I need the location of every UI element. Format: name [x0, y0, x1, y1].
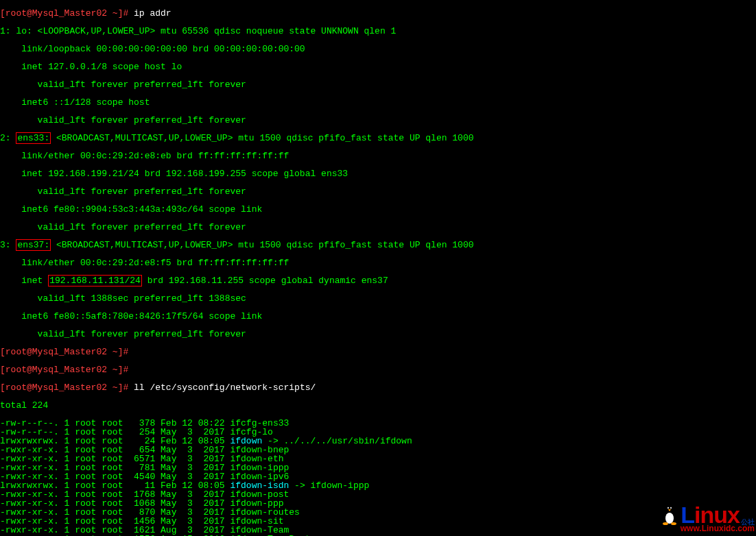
ip-output: valid_lft forever preferred_lft forever — [0, 223, 756, 232]
svg-point-6 — [671, 508, 672, 509]
ip-output: brd 192.168.11.255 scope global dynamic … — [142, 276, 388, 286]
svg-point-7 — [663, 522, 668, 525]
shell-prompt: [root@Mysql_Master02 ~]# — [0, 8, 128, 19]
ip-output: valid_lft 1388sec preferred_lft 1388sec — [0, 294, 756, 303]
ip-output: 1: lo: <LOOPBACK,UP,LOWER_UP> mtu 65536 … — [0, 27, 756, 36]
ip-output: link/ether 00:0c:29:2d:e8:f5 brd ff:ff:f… — [0, 258, 756, 267]
ip-output: inet6 fe80::9904:53c3:443a:493c/64 scope… — [0, 205, 756, 214]
tux-icon — [660, 503, 679, 525]
symlink-target: -> ifdown-ippp — [289, 480, 369, 491]
ip-output: valid_lft forever preferred_lft forever — [0, 187, 756, 196]
ip-output: inet 192.168.199.21/24 brd 192.168.199.2… — [0, 169, 756, 178]
watermark-url: www.Linuxidc.com — [660, 525, 755, 533]
shell-prompt: [root@Mysql_Master02 ~]# — [0, 365, 128, 375]
ip-output: inet6 fe80::5af8:780e:8426:17f5/64 scope… — [0, 312, 756, 321]
shell-prompt: [root@Mysql_Master02 ~]# — [0, 382, 128, 393]
ip-output: inet — [0, 276, 48, 286]
ip-output: <BROADCAST,MULTICAST,UP,LOWER_UP> mtu 15… — [51, 133, 473, 143]
ip-output: link/loopback 00:00:00:00:00:00 brd 00:0… — [0, 45, 756, 53]
ip-output: inet6 ::1/128 scope host — [0, 98, 756, 107]
shell-prompt: [root@Mysql_Master02 ~]# — [0, 347, 128, 357]
svg-point-8 — [671, 522, 676, 525]
ip-output: valid_lft forever preferred_lft forever — [0, 116, 756, 125]
svg-point-2 — [665, 504, 674, 513]
ip-output: inet 127.0.0.1/8 scope host lo — [0, 62, 756, 71]
inet-addr-highlight: 192.168.11.131/24 — [48, 275, 142, 287]
ip-output: <BROADCAST,MULTICAST,UP,LOWER_UP> mtu 15… — [51, 240, 473, 250]
ip-output: 3: — [0, 240, 16, 250]
svg-point-5 — [668, 508, 669, 509]
watermark: Linux公社 www.Linuxidc.com — [660, 503, 755, 533]
svg-point-1 — [665, 513, 674, 524]
command-text: ip addr — [128, 8, 171, 19]
ip-output: link/ether 00:0c:29:2d:e8:eb brd ff:ff:f… — [0, 151, 756, 160]
ip-output: valid_lft forever preferred_lft forever — [0, 330, 756, 339]
iface-ens33-highlight: ens33: — [16, 132, 51, 144]
ls-total: total 224 — [0, 401, 756, 410]
command-text: ll /etc/sysconfig/network-scripts/ — [128, 382, 316, 393]
iface-ens37-highlight: ens37: — [16, 239, 51, 251]
ip-output: valid_lft forever preferred_lft forever — [0, 80, 756, 89]
terminal-output[interactable]: [root@Mysql_Master02 ~]# ip addr 1: lo: … — [0, 0, 756, 536]
watermark-brand: Linux — [681, 504, 740, 526]
ip-output: 2: — [0, 133, 16, 143]
